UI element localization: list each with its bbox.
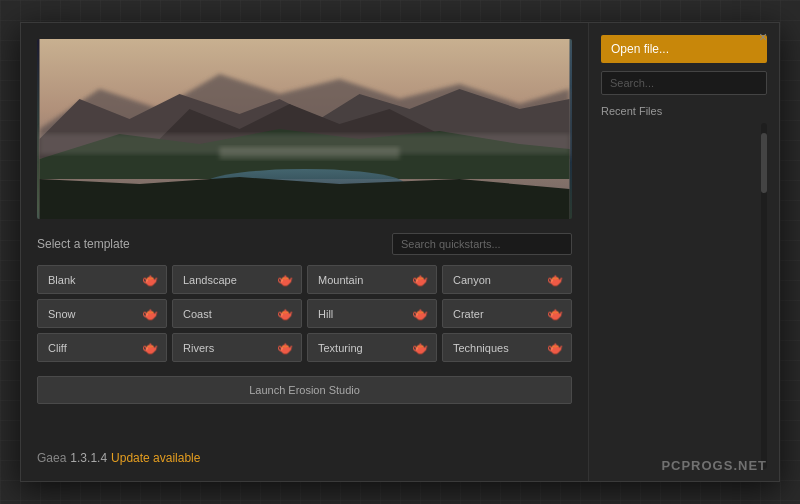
search-input[interactable] (601, 71, 767, 95)
quickstart-search[interactable] (392, 233, 572, 255)
template-btn-blank[interactable]: Blank🫖 (37, 265, 167, 294)
hero-image (37, 39, 572, 219)
update-available[interactable]: Update available (111, 451, 200, 465)
template-grid: Blank🫖Landscape🫖Mountain🫖Canyon🫖Snow🫖Coa… (37, 265, 572, 362)
template-icon: 🫖 (412, 272, 428, 287)
main-dialog: × (20, 22, 780, 482)
template-label-text: Cliff (48, 342, 67, 354)
template-label-text: Hill (318, 308, 333, 320)
template-label-text: Crater (453, 308, 484, 320)
template-label: Select a template (37, 237, 130, 251)
template-icon: 🫖 (277, 272, 293, 287)
template-btn-mountain[interactable]: Mountain🫖 (307, 265, 437, 294)
recent-files-area (601, 123, 767, 469)
template-icon: 🫖 (547, 340, 563, 355)
left-panel: Select a template Blank🫖Landscape🫖Mounta… (21, 23, 589, 481)
scrollbar-thumb (761, 133, 767, 193)
template-icon: 🫖 (142, 272, 158, 287)
template-icon: 🫖 (412, 340, 428, 355)
template-label-text: Blank (48, 274, 76, 286)
close-button[interactable]: × (755, 29, 771, 45)
template-btn-hill[interactable]: Hill🫖 (307, 299, 437, 328)
template-icon: 🫖 (277, 340, 293, 355)
template-btn-landscape[interactable]: Landscape🫖 (172, 265, 302, 294)
svg-rect-9 (220, 147, 400, 159)
template-btn-cliff[interactable]: Cliff🫖 (37, 333, 167, 362)
template-icon: 🫖 (142, 340, 158, 355)
template-label-text: Rivers (183, 342, 214, 354)
template-btn-rivers[interactable]: Rivers🫖 (172, 333, 302, 362)
template-label-text: Snow (48, 308, 76, 320)
recent-files-label: Recent Files (601, 105, 767, 117)
template-header: Select a template (37, 233, 572, 255)
template-label-text: Texturing (318, 342, 363, 354)
template-icon: 🫖 (142, 306, 158, 321)
scrollbar[interactable] (761, 123, 767, 469)
svg-marker-7 (40, 177, 570, 219)
launch-erosion-button[interactable]: Launch Erosion Studio (37, 376, 572, 404)
right-panel: Open file... Recent Files (589, 23, 779, 481)
template-label-text: Techniques (453, 342, 509, 354)
template-icon: 🫖 (547, 306, 563, 321)
template-btn-techniques[interactable]: Techniques🫖 (442, 333, 572, 362)
template-label-text: Canyon (453, 274, 491, 286)
template-btn-coast[interactable]: Coast🫖 (172, 299, 302, 328)
footer: Gaea 1.3.1.4 Update available (37, 441, 572, 465)
template-btn-crater[interactable]: Crater🫖 (442, 299, 572, 328)
template-icon: 🫖 (277, 306, 293, 321)
template-label-text: Coast (183, 308, 212, 320)
template-btn-texturing[interactable]: Texturing🫖 (307, 333, 437, 362)
template-icon: 🫖 (412, 306, 428, 321)
template-icon: 🫖 (547, 272, 563, 287)
app-name: Gaea (37, 451, 66, 465)
template-btn-snow[interactable]: Snow🫖 (37, 299, 167, 328)
template-label-text: Mountain (318, 274, 363, 286)
template-label-text: Landscape (183, 274, 237, 286)
open-file-button[interactable]: Open file... (601, 35, 767, 63)
app-version: 1.3.1.4 (70, 451, 107, 465)
template-btn-canyon[interactable]: Canyon🫖 (442, 265, 572, 294)
